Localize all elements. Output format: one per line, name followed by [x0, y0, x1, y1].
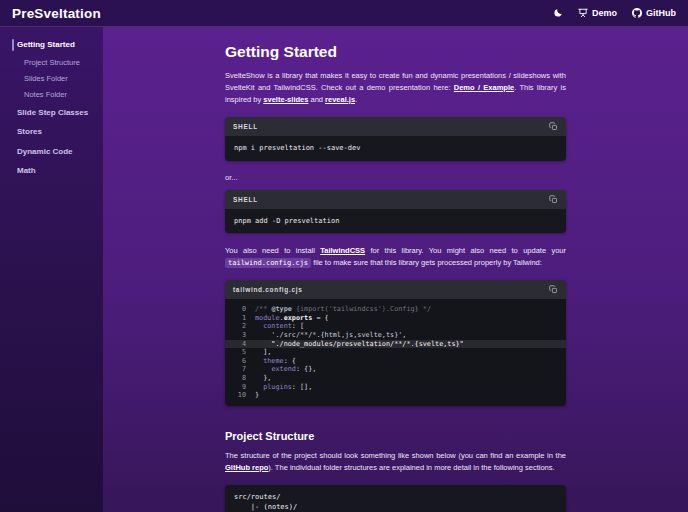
- github-link[interactable]: GitHub: [632, 8, 676, 18]
- section-title-project-structure: Project Structure: [225, 430, 566, 442]
- line-code: "./node_modules/presveltation/**/*.{svel…: [255, 340, 464, 349]
- header-actions: Demo GitHub: [553, 8, 676, 18]
- line-code: /** @type {import('tailwindcss').Config}…: [255, 305, 431, 314]
- sidebar-item-math[interactable]: Math: [0, 161, 103, 181]
- tailwind-paragraph: You also need to install TailwindCSS for…: [225, 245, 566, 269]
- code-line-5: 5 ],: [225, 348, 566, 357]
- structure-text-b: ). The individual folder structures are …: [268, 463, 554, 472]
- moon-icon: [553, 8, 563, 18]
- line-code: theme: {: [255, 357, 296, 366]
- code-block-header: SHELL: [225, 190, 566, 209]
- structure-text-a: The structure of the project should look…: [225, 451, 566, 460]
- line-number: 7: [234, 365, 246, 374]
- github-icon: [632, 8, 642, 18]
- tree-line: src/routes/: [234, 492, 557, 503]
- tailwind-text-c: file to make sure that this library gets…: [311, 258, 542, 267]
- code-line-3: 3 './src/**/*.{html,js,svelte,ts}',: [225, 331, 566, 340]
- line-code: content: [: [255, 322, 304, 331]
- copy-icon[interactable]: [549, 195, 558, 204]
- code-block-header: SHELL: [225, 117, 566, 136]
- code-line-1: 1module.exports = {: [225, 314, 566, 323]
- content-column: Getting Started SvelteShow is a library …: [225, 27, 566, 512]
- line-code: ],: [255, 348, 271, 357]
- sidebar-item-getting-started[interactable]: Getting Started: [0, 35, 103, 55]
- tree-line: |- (notes)/: [234, 502, 557, 512]
- line-number: 10: [234, 391, 246, 400]
- tailwind-config-inline-code: tailwind.config.cjs: [225, 258, 311, 268]
- config-code-block: tailwind.config.cjs 0/** @type {import('…: [225, 280, 566, 406]
- code-line-9: 9 plugins: [],: [225, 383, 566, 392]
- structure-paragraph: The structure of the project should look…: [225, 450, 566, 474]
- intro-text-d: .: [355, 95, 357, 104]
- line-number: 6: [234, 357, 246, 366]
- line-number: 4: [234, 340, 246, 349]
- line-code: }: [255, 391, 259, 400]
- sidebar-subitem-notes-folder[interactable]: Notes Folder: [0, 87, 103, 103]
- page-title: Getting Started: [225, 43, 566, 61]
- demo-link[interactable]: Demo: [578, 8, 617, 18]
- presentation-icon: [578, 8, 588, 18]
- line-number: 9: [234, 383, 246, 392]
- code-content: npm i presveltation --save-dev: [225, 136, 566, 161]
- code-line-2: 2 content: [: [225, 322, 566, 331]
- code-line-8: 8 },: [225, 374, 566, 383]
- main-area[interactable]: Getting Started SvelteShow is a library …: [103, 27, 688, 512]
- sidebar: Getting StartedProject StructureSlides F…: [0, 27, 103, 512]
- code-line-10: 10}: [225, 391, 566, 400]
- tailwindcss-link[interactable]: TailwindCSS: [320, 246, 365, 255]
- line-code: plugins: [],: [255, 383, 312, 392]
- shell-code-block-npm: SHELL npm i presveltation --save-dev: [225, 117, 566, 161]
- sidebar-item-stores[interactable]: Stores: [0, 122, 103, 142]
- body-row: Getting StartedProject StructureSlides F…: [0, 27, 688, 512]
- code-language-label: SHELL: [233, 123, 258, 130]
- intro-paragraph: SvelteShow is a library that makes it ea…: [225, 70, 566, 106]
- code-block-header: tailwind.config.cjs: [225, 280, 566, 299]
- line-code: },: [255, 374, 271, 383]
- demo-link-label: Demo: [592, 8, 617, 18]
- sidebar-subitem-project-structure[interactable]: Project Structure: [0, 55, 103, 71]
- copy-icon[interactable]: [549, 122, 558, 131]
- sidebar-nav: Getting StartedProject StructureSlides F…: [0, 35, 103, 181]
- app: PreSveltation Demo GitHub: [0, 0, 688, 512]
- sidebar-item-dynamic-code[interactable]: Dynamic Code: [0, 142, 103, 162]
- tree-code-body: src/routes/ |- (notes)/: [225, 485, 566, 512]
- code-content: pnpm add -D presveltation: [225, 209, 566, 234]
- tailwind-text-a: You also need to install: [225, 246, 320, 255]
- demo-example-link[interactable]: Demo / Example: [454, 83, 514, 92]
- code-line-4: 4 "./node_modules/presveltation/**/*.{sv…: [225, 340, 566, 349]
- top-header: PreSveltation Demo GitHub: [0, 0, 688, 27]
- line-number: 1: [234, 314, 246, 323]
- app-logo: PreSveltation: [12, 6, 101, 21]
- line-number: 8: [234, 374, 246, 383]
- code-line-6: 6 theme: {: [225, 357, 566, 366]
- sidebar-item-slide-step-classes[interactable]: Slide Step Classes: [0, 103, 103, 123]
- revealjs-link[interactable]: reveal.js: [325, 95, 355, 104]
- line-number: 5: [234, 348, 246, 357]
- tree-code-block: src/routes/ |- (notes)/: [225, 485, 566, 512]
- svelte-slides-link[interactable]: svelte-slides: [263, 95, 308, 104]
- config-code-body: 0/** @type {import('tailwindcss').Config…: [225, 299, 566, 406]
- copy-icon[interactable]: [549, 285, 558, 294]
- line-number: 3: [234, 331, 246, 340]
- github-repo-link[interactable]: GitHub repo: [225, 463, 268, 472]
- line-code: module.exports = {: [255, 314, 329, 323]
- line-code: extend: {},: [255, 365, 316, 374]
- line-code: './src/**/*.{html,js,svelte,ts}',: [255, 331, 406, 340]
- theme-toggle-button[interactable]: [553, 8, 563, 18]
- sidebar-subitem-slides-folder[interactable]: Slides Folder: [0, 71, 103, 87]
- or-text: or...: [225, 173, 566, 182]
- line-number: 2: [234, 322, 246, 331]
- intro-text-c: and: [308, 95, 325, 104]
- line-number: 0: [234, 305, 246, 314]
- code-language-label: SHELL: [233, 196, 258, 203]
- code-line-7: 7 extend: {},: [225, 365, 566, 374]
- github-link-label: GitHub: [646, 8, 676, 18]
- code-line-0: 0/** @type {import('tailwindcss').Config…: [225, 305, 566, 314]
- code-filename-label: tailwind.config.cjs: [233, 286, 303, 293]
- tailwind-text-b: for this library. You might also need to…: [365, 246, 566, 255]
- shell-code-block-pnpm: SHELL pnpm add -D presveltation: [225, 190, 566, 234]
